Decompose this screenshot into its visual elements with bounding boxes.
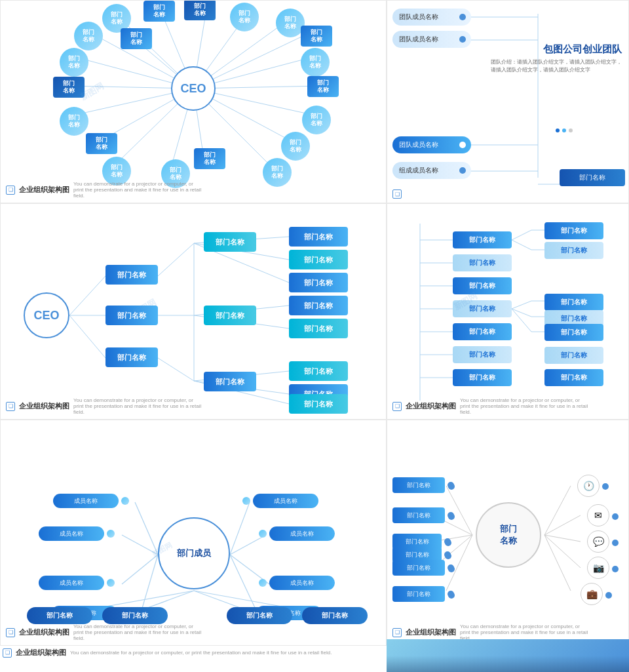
svg-line-54 (512, 301, 531, 309)
sub-2a: 部门名称 (289, 296, 348, 315)
panel-1-label: ❑ 企业组织架构图 You can demonstrate for a proj… (6, 181, 204, 199)
dept-node: 部门名称 (184, 0, 216, 20)
p6-dot (445, 540, 451, 546)
sub-3c: 部门名称 (289, 394, 348, 414)
p6-bar: 部门名称 (392, 560, 445, 576)
team-title: 包图公司创业团队 (543, 43, 622, 56)
dept-node: 部门名称 (121, 28, 152, 49)
svg-line-29 (158, 243, 194, 276)
svg-line-67 (230, 555, 256, 610)
p4-node: 部门名称 (453, 323, 512, 340)
dept-node: 部门名称 (301, 48, 330, 77)
dept-node-bottom: 部门名称 (227, 607, 292, 624)
dept-node: 部门名称 (281, 132, 310, 161)
panel-5b-label-desc: You can demonstrate for a projector or c… (70, 650, 332, 656)
dept-node-bottom: 部门名称 (27, 607, 92, 624)
dot-3 (569, 128, 573, 132)
dot-2 (562, 128, 566, 132)
dept-node: 部门名称 (60, 107, 88, 136)
sub-1b: 部门名称 (289, 250, 348, 269)
icon-clock: 🕐 (577, 475, 600, 497)
dept-node: 部门名称 (74, 22, 103, 50)
p6-bar: 部门名称 (392, 477, 445, 493)
panel-4-org: 部门名称 部门名称 部门名称 部门名称 部门名称 部门名称 部门名称 部门名称 … (387, 203, 629, 420)
svg-line-28 (69, 315, 105, 358)
dept-circle: 部门名称 (476, 502, 541, 568)
label-icon-5b: ❑ (3, 648, 12, 658)
label-icon: ❑ (6, 186, 15, 195)
dept-node: 部门名称 (263, 158, 292, 187)
member-node: 成员名称 (253, 494, 318, 508)
label-icon: ❑ (6, 402, 15, 411)
p4-node: 部门名称 (453, 231, 512, 248)
ceo-node: CEO (24, 292, 69, 338)
p6-dot (448, 592, 455, 599)
svg-line-72 (446, 486, 472, 535)
dept-node: 部门名称 (301, 26, 332, 47)
member-node: 成员名称 (269, 576, 335, 590)
dept-node: 部门名称 (230, 3, 259, 31)
p4-node-r: 部门名称 (544, 369, 603, 386)
svg-line-37 (158, 358, 194, 381)
panel-5-bottom-label: ❑ 企业组织架构图 You can demonstrate for a proj… (3, 648, 332, 658)
member-bar-2: 团队成员名称 (392, 31, 471, 48)
svg-line-52 (512, 240, 531, 250)
dept-3: 部门名称 (105, 347, 158, 367)
svg-line-50 (512, 230, 531, 240)
sub-3: 部门名称 (204, 372, 256, 391)
dept-2: 部门名称 (105, 306, 158, 325)
photo-overlay (387, 656, 629, 672)
p4-node-r: 部门名称 (544, 242, 603, 259)
panel-5b-label-text: 企业组织架构图 (16, 648, 66, 658)
svg-line-64 (230, 502, 250, 555)
panel-5-label: ❑ 企业组织架构图 You can demonstrate for a proj… (6, 623, 204, 641)
svg-line-80 (544, 535, 581, 568)
panel-4-label: ❑ 企业组织架构图 You can demonstrate for a proj… (392, 397, 591, 415)
svg-line-61 (122, 535, 158, 555)
svg-line-81 (544, 535, 571, 591)
label-icon: ❑ (392, 628, 402, 637)
p4-node-r: 部门名称 (544, 294, 603, 311)
p6-bar: 部门名称 (392, 586, 445, 602)
panel-6-label: ❑ 企业组织架构图 You can demonstrate for a proj… (392, 623, 591, 641)
dept-members-circle: 部门成员 (158, 517, 230, 589)
icon-camera: 📷 (587, 557, 609, 579)
p4-node: 部门名称 (453, 300, 512, 317)
dept-node: 部门名称 (53, 77, 85, 98)
sub-3a: 部门名称 (289, 361, 348, 381)
p4-node: 部门名称 (453, 346, 512, 363)
member-bar-3: 团队成员名称 (392, 136, 471, 153)
p4-node: 部门名称 (453, 369, 512, 386)
member-node: 成员名称 (39, 526, 104, 541)
panel-2-label: ❑ (392, 189, 402, 199)
photo-strip (387, 639, 629, 672)
p6-dot-r (602, 483, 609, 490)
svg-line-63 (142, 555, 158, 610)
dept-node: 部门名称 (86, 133, 117, 154)
dept-node-bottom: 部门名称 (102, 607, 168, 624)
p6-dot-r (612, 540, 619, 546)
label-icon: ❑ (392, 402, 402, 411)
member-node: 成员名称 (269, 526, 335, 541)
svg-line-65 (230, 535, 266, 555)
panel-5-dept: 部门成员 成员名称 成员名称 成员名称 成员名称 成员名称 成员名称 成员名称 … (0, 420, 387, 646)
icon-briefcase: 💼 (581, 583, 603, 605)
label-icon: ❑ (392, 189, 402, 199)
panel-2-team: 包图公司创业团队 团队介绍：请插入团队介绍文字，请插入团队介绍文字，请插入团队介… (387, 0, 629, 203)
icon-mail: ✉ (587, 504, 609, 526)
sub-1: 部门名称 (204, 232, 256, 252)
svg-line-79 (544, 535, 581, 542)
panel-3-org: CEO 部门名称 部门名称 部门名称 部门名称 部门名称 部门名称 部门名称 部… (0, 203, 387, 420)
panel-3-label: ❑ 企业组织架构图 You can demonstrate for a proj… (6, 397, 204, 415)
sub-1a: 部门名称 (289, 227, 348, 247)
dept-bar: 部门名称 (560, 169, 625, 186)
icon-chat: 💬 (587, 530, 609, 553)
sub-1c: 部门名称 (289, 273, 348, 292)
member-node: 成员名称 (53, 494, 119, 508)
svg-line-62 (122, 555, 158, 584)
p6-dot (445, 553, 451, 559)
dept-node: 部门名称 (143, 1, 175, 22)
p6-bar: 部门名称 (392, 507, 445, 523)
svg-line-58 (512, 309, 531, 332)
dept-node: 部门名称 (60, 48, 88, 77)
